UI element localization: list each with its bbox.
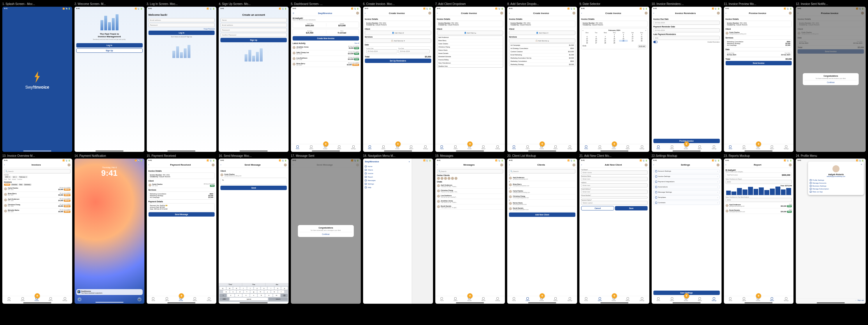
close-icon[interactable]: ✕ [810, 163, 862, 165]
profile-item[interactable]: Business Settings [810, 184, 862, 187]
create-invoice-screen: 9:41📶 📡 🔋 ‹Create Invoice Invoice Detail… [363, 7, 433, 152]
drawer-item[interactable]: Invoice [365, 172, 410, 175]
avatar [833, 165, 839, 172]
welcome-headline: The Fast Track to [76, 33, 143, 35]
add-client-dropdown-screen: 9:41📶 📡 🔋 ‹Create Invoice Invoice Detail… [435, 7, 505, 152]
login-button[interactable]: Log In [149, 31, 215, 35]
invoice-overview-screen: 9:41📶 📡 🔋 ‹Invoices 🔍 Search FILTER 2024… [2, 158, 72, 304]
modal-scrim: Congratulations You have successfully se… [796, 7, 866, 152]
continue-button[interactable]: Continue [805, 80, 857, 83]
password-input[interactable]: Password [220, 28, 287, 32]
welcome-screen: 9:41📶 📡 🔋 The Fast Track to Invoice Mana… [74, 7, 145, 152]
message-sent-screen: 9:41📶 📡 🔋 ‹Send Message Congratulations … [291, 158, 361, 304]
filter-chip[interactable]: 2024 ✕ [4, 176, 11, 178]
send-button[interactable]: Send [220, 186, 287, 190]
add-client-screen: 9:41📶 📡 🔋 ‹Add New Client Full Name*Ente… [580, 158, 649, 304]
settings-row[interactable]: Payment Integrations› [653, 180, 720, 184]
profile-menu-screen: 9:41📶 📡 🔋 ✕ Aaliyah Roberts aaliyah@guru… [796, 158, 866, 304]
cancel-button[interactable]: Cancel [581, 206, 614, 210]
drawer-item[interactable]: Messages [365, 179, 410, 182]
email-input[interactable]: Email address [149, 18, 215, 22]
bolt-icon [33, 71, 42, 83]
message-textarea[interactable]: Th [220, 178, 287, 185]
settings-row[interactable]: Account Settings› [653, 169, 720, 173]
password-input[interactable]: Password [149, 23, 215, 27]
search-input[interactable]: 🔍 Search [437, 169, 503, 173]
activity-row[interactable]: Lisa SmithsonINV. 100810-Jan-24 8:00PM$1… [292, 56, 359, 61]
continue-button[interactable]: Continue [300, 232, 352, 235]
settings-row[interactable]: Templates› [653, 195, 720, 200]
screen-label: 1. Splash Screen - Moc... [2, 2, 72, 5]
add-service-select[interactable]: 📋 Add Service ▾ [365, 38, 431, 43]
tab-home[interactable]: Home [296, 145, 299, 150]
activity-row[interactable]: Sally Chang-LeeINV. 100915-Jan-24 5:16PM… [292, 51, 359, 56]
signup-link[interactable]: Don't have an account? Sign Up [149, 36, 215, 38]
avatar[interactable] [428, 12, 431, 14]
back-icon[interactable]: ‹ [365, 12, 366, 14]
brand-logo: SwyftInvoice [25, 85, 49, 89]
keyboard[interactable]: qwertyuiop asdfghjkl ⇧zxcvbnm⌫ ABCspacer… [219, 286, 288, 302]
enable-toggle[interactable] [653, 41, 657, 43]
profile-item[interactable]: Profile Settings [810, 179, 862, 182]
signup-button[interactable]: Sign Up [76, 49, 143, 53]
service-dropdown[interactable]: Ad Campaign$1,500Ad Strategy Consultatio… [509, 43, 576, 66]
add-client-button[interactable]: Add New Client [509, 212, 576, 217]
settings-row[interactable]: Invoice Settings› [653, 174, 720, 179]
tab-report[interactable]: Report [337, 145, 341, 150]
forgot-link[interactable]: Forgot Password [149, 28, 215, 30]
fab-add[interactable]: + [323, 141, 329, 147]
close-icon[interactable]: ✕ [408, 160, 410, 162]
add-service-dropdown-screen: 9:41📶 📡 🔋 ‹Create Invoice Invoice Detail… [507, 7, 577, 152]
filter-chip[interactable]: Q1 ✕ [12, 176, 18, 178]
login-button[interactable]: Log In [76, 43, 143, 48]
menu-icon[interactable]: ☰ [292, 12, 294, 14]
signup-button[interactable]: Sign Up [220, 38, 287, 42]
invoice-sent-screen: 9:41📶 📡 🔋 ‹Preview Invoice Invoice Detai… [796, 7, 866, 152]
messages-screen: 9:41📶 📡 🔋 ‹Messages 🔍 Search Online Clie… [435, 158, 505, 304]
profile-item[interactable]: Manage Accounts [810, 182, 862, 184]
tab-clients[interactable]: Clients [309, 145, 313, 150]
email-input[interactable]: Email address [220, 23, 287, 27]
create-invoice-button[interactable]: Create New Invoice [292, 36, 359, 40]
save-button[interactable]: Save [615, 206, 647, 210]
send-message-button[interactable]: Send Message [149, 212, 215, 216]
date-selector-screen: 9:41📶 📡 🔋 ‹Create Invoice Invoice Detail… [580, 7, 649, 152]
calendar-grid[interactable]: MonTueWedThuFriSatSun1234567891011121314… [583, 32, 646, 44]
lock-screen: 📶 📡 🔋 Thursday, Feb 8 9:41 ⚡ SwyftInvoic… [74, 158, 145, 304]
drawer-item[interactable]: Report [365, 175, 410, 179]
activity-row[interactable]: Jonathan JonesINV. 101020-Jan-24 5:00PM$… [292, 45, 359, 51]
settings-row[interactable]: Automations› [653, 185, 720, 189]
setup-reminders-button[interactable]: Set Up Reminders [365, 59, 431, 63]
tab-settings[interactable]: Settings [351, 145, 355, 150]
signout-button[interactable]: → Sign out [796, 298, 866, 302]
client-dropdown[interactable]: April AndersonBrian BarryCarla CharlesCh… [437, 35, 503, 68]
search-input[interactable]: 🔍 Search [509, 169, 576, 173]
view-all-link[interactable]: View all [354, 42, 359, 44]
drawer-item[interactable]: Clients [365, 168, 410, 172]
confirm-input[interactable]: Confirm Password [220, 33, 287, 37]
flashlight-icon[interactable]: 🔦 [78, 297, 82, 301]
filter-chip[interactable]: February ✕ [18, 176, 28, 178]
drawer-item[interactable]: Help [365, 186, 410, 189]
splash-screen: 9:41📶 📡 🔋 SwyftInvoice [2, 7, 72, 152]
settings-row[interactable]: Message Settings› [653, 190, 720, 195]
drawer-item[interactable]: Home [365, 165, 410, 168]
navigation-drawer: SwyftInvoice✕ HomeClientsInvoiceReportMe… [363, 158, 412, 304]
dashboard-screen: 9:41📶 📡 🔋 ☰SwyftInvoice Hi Aaliyah! Here… [291, 7, 361, 152]
activity-row[interactable]: Brian BarryINV. 100708-Jan-24 4:00PM$5,0… [292, 61, 359, 67]
profile-item[interactable]: Manage Subscription [810, 187, 862, 190]
tab-bar: + Home Clients Invoice Report Settings [291, 144, 361, 150]
avatar[interactable] [356, 12, 359, 14]
profile-item[interactable]: Rate our App [810, 190, 862, 193]
settings-screen: 9:41📶 📡 🔋 ‹Settings Account Settings›Inv… [652, 158, 721, 304]
send-message-screen: 9:41📶 📡 🔋 ‹Send Message Client Carla Cha… [219, 158, 288, 304]
payment-notification[interactable]: ⚡ SwyftInvoiceYou have received a paymen… [76, 289, 143, 295]
search-input[interactable]: 🔍 Search [4, 169, 70, 173]
add-client-select[interactable]: 👤 Add Client ▾ [365, 31, 431, 35]
client-list-screen: 9:41📶 📡 🔋 ‹Clients 🔍 Search AApril Ander… [507, 158, 577, 304]
camera-icon[interactable]: 📷 [137, 297, 142, 301]
send-invoice-button[interactable]: Send Invoice [725, 61, 792, 65]
settings-row[interactable]: Contracts› [653, 201, 720, 205]
drawer-item[interactable]: Settings [365, 182, 410, 186]
name-input[interactable]: Name [220, 18, 287, 22]
